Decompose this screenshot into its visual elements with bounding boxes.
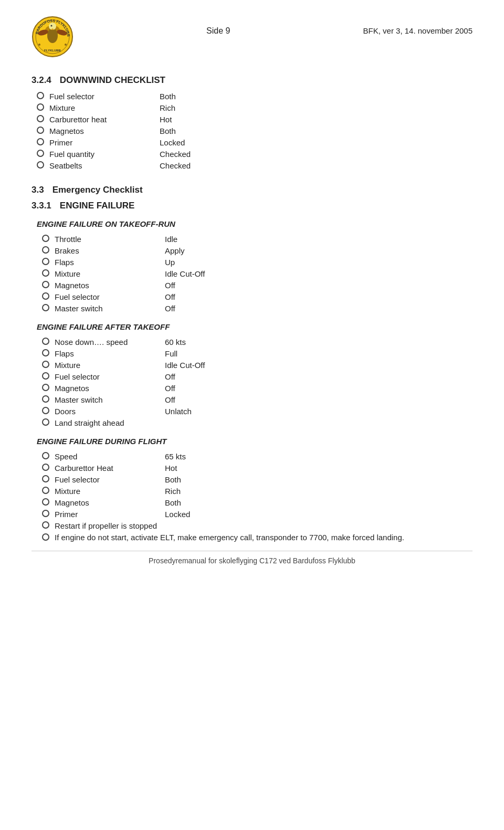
list-item: Brakes Apply: [42, 245, 472, 255]
bullet-icon: [37, 92, 44, 99]
bullet-icon: [42, 475, 49, 482]
bullet-icon: [37, 161, 44, 169]
svg-point-8: [51, 25, 52, 27]
bullet-icon: [42, 304, 49, 311]
during-flight-title: ENGINE FAILURE DURING FLIGHT: [37, 437, 472, 446]
bullet-icon: [42, 418, 49, 426]
list-item: Fuel selector Both: [42, 474, 472, 484]
bullet-icon: [42, 361, 49, 368]
list-item: Land straight ahead: [42, 417, 472, 427]
section-3-3-title: Emergency Checklist: [52, 185, 143, 195]
bullet-icon: [42, 498, 49, 506]
section-3-3-1-title: ENGINE FAILURE: [60, 201, 135, 211]
header-right: BFK, ver 3, 14. november 2005: [363, 16, 472, 35]
takeoff-run-title: ENGINE FAILURE ON TAKEOFF-RUN: [37, 219, 472, 228]
bullet-icon: [42, 487, 49, 494]
downwind-checklist-group: Fuel selector Both Mixture Rich Carburet…: [37, 91, 472, 170]
bullet-icon: [42, 349, 49, 356]
bullet-icon: [42, 292, 49, 300]
list-item: Magnetos Both: [42, 497, 472, 507]
header-center: Side 9: [74, 16, 363, 36]
subsection-takeoff-run: ENGINE FAILURE ON TAKEOFF-RUN Throttle I…: [37, 219, 472, 313]
bullet-icon: [42, 338, 49, 345]
bullet-icon: [42, 372, 49, 380]
list-item: Master switch Off: [42, 394, 472, 404]
list-item: Seatbelts Checked: [37, 160, 472, 170]
list-item: Mixture Rich: [37, 102, 472, 112]
bullet-icon: [42, 510, 49, 517]
bullet-icon: [42, 452, 49, 459]
list-item: Throttle Idle: [42, 234, 472, 244]
bullet-icon: [42, 281, 49, 288]
list-item: Fuel selector Off: [42, 291, 472, 301]
list-item: Primer Locked: [37, 137, 472, 147]
bullet-icon: [37, 138, 44, 145]
section-3-3-number: 3.3: [32, 185, 44, 195]
list-item: Carburettor heat Hot: [37, 114, 472, 124]
list-item: Mixture Rich: [42, 486, 472, 496]
logo: BARDUFOSS FLYKLUBB FLYKLUBB: [32, 16, 74, 59]
subsection-after-takeoff: ENGINE FAILURE AFTER TAKEOFF Nose down….…: [37, 322, 472, 427]
after-takeoff-title: ENGINE FAILURE AFTER TAKEOFF: [37, 322, 472, 331]
section-3-2-4-number: 3.2.4: [32, 75, 51, 86]
svg-point-12: [65, 44, 67, 46]
section-3-3-1-number: 3.3.1: [32, 201, 51, 211]
section-3-2-4: 3.2.4 DOWNWIND CHECKLIST Fuel selector B…: [32, 75, 472, 170]
bullet-icon: [42, 384, 49, 391]
section-3-3-1: 3.3.1 ENGINE FAILURE ENGINE FAILURE ON T…: [32, 201, 472, 544]
list-item: Mixture Idle Cut-Off: [42, 360, 472, 370]
bullet-icon: [42, 407, 49, 414]
list-item: Fuel quantity Checked: [37, 149, 472, 159]
list-item: Doors Unlatch: [42, 406, 472, 416]
list-item: Restart if propeller is stopped: [42, 520, 472, 530]
svg-text:FLYKLUBB: FLYKLUBB: [44, 49, 61, 52]
bullet-icon: [42, 269, 49, 277]
list-item: If engine do not start, activate ELT, ma…: [42, 532, 472, 544]
bullet-icon: [42, 521, 49, 529]
bullet-icon: [37, 150, 44, 157]
list-item: Magnetos Off: [42, 383, 472, 393]
subsection-during-flight: ENGINE FAILURE DURING FLIGHT Speed 65 kt…: [37, 437, 472, 544]
footer: Prosedyremanual for skoleflyging C172 ve…: [32, 551, 472, 565]
list-item: Flaps Full: [42, 348, 472, 358]
svg-point-11: [38, 44, 40, 46]
header: BARDUFOSS FLYKLUBB FLYKLUBB Side 9 BFK, …: [32, 16, 472, 59]
list-item: Fuel selector Off: [42, 371, 472, 381]
list-item: Magnetos Off: [42, 280, 472, 290]
bullet-icon: [42, 246, 49, 254]
bullet-icon: [42, 258, 49, 265]
page-number: Side 9: [206, 26, 230, 35]
list-item: Speed 65 kts: [42, 451, 472, 461]
list-item: Flaps Up: [42, 257, 472, 267]
bullet-icon: [37, 127, 44, 134]
bullet-icon: [37, 115, 44, 122]
takeoff-run-checklist: Throttle Idle Brakes Apply Flaps Up Mixt…: [42, 234, 472, 313]
list-item: Carburettor Heat Hot: [42, 463, 472, 472]
bullet-icon: [42, 395, 49, 403]
section-3-2-4-title: DOWNWIND CHECKLIST: [60, 75, 165, 86]
list-item: Nose down…. speed 60 kts: [42, 337, 472, 346]
page: BARDUFOSS FLYKLUBB FLYKLUBB Side 9 BFK, …: [0, 0, 504, 581]
after-takeoff-checklist: Nose down…. speed 60 kts Flaps Full Mixt…: [42, 337, 472, 427]
bullet-icon: [42, 464, 49, 471]
list-item: Master switch Off: [42, 303, 472, 313]
footer-text: Prosedyremanual for skoleflyging C172 ve…: [149, 556, 355, 565]
during-flight-checklist: Speed 65 kts Carburettor Heat Hot Fuel s…: [42, 451, 472, 544]
list-item: Magnetos Both: [37, 125, 472, 135]
bullet-icon: [37, 103, 44, 111]
list-item: Primer Locked: [42, 509, 472, 519]
bullet-icon: [42, 533, 49, 541]
bullet-icon: [42, 235, 49, 242]
svg-point-3: [47, 28, 58, 43]
list-item: Mixture Idle Cut-Off: [42, 268, 472, 278]
version-label: BFK, ver 3, 14. november 2005: [363, 26, 472, 35]
section-3-3: 3.3 Emergency Checklist: [32, 185, 472, 195]
list-item: Fuel selector Both: [37, 91, 472, 101]
